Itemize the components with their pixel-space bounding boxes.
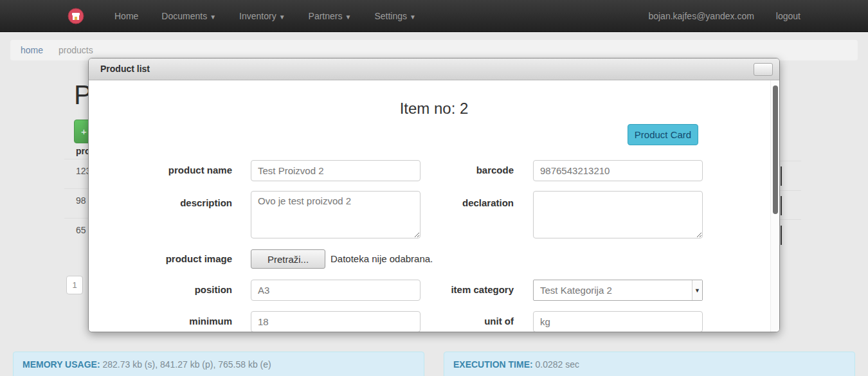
nav-item-label: Documents (161, 11, 207, 21)
row-button-edge (781, 166, 782, 186)
barcode-input[interactable] (533, 160, 703, 181)
position-label: position (89, 284, 232, 295)
table-row-divider (64, 159, 88, 159)
memory-usage-label: MEMORY USAGE: (23, 359, 100, 370)
nav-item-documents[interactable]: Documents▼ (150, 0, 228, 32)
memory-usage-alert: MEMORY USAGE: 282.73 kb (s), 841.27 kb (… (13, 352, 424, 376)
nav-item-label: Partners (309, 11, 343, 21)
file-status-text: Datoteka nije odabrana. (330, 253, 433, 264)
product-name-label: product name (89, 165, 232, 175)
nav-item-label: Inventory (239, 11, 276, 21)
product-card-button[interactable]: Product Card (628, 124, 698, 145)
row-button-edge (781, 226, 782, 245)
item-category-select[interactable]: Test Kategorija 2 ▼ (533, 280, 703, 301)
unit-of-input[interactable] (533, 311, 703, 332)
nav-item-settings[interactable]: Settings▼ (363, 0, 428, 32)
breadcrumb-current: products (59, 45, 93, 55)
modal-header[interactable]: Product list (89, 58, 779, 80)
caret-down-icon: ▼ (210, 13, 216, 21)
table-row-divider (780, 219, 801, 220)
caret-down-icon: ▼ (345, 13, 352, 21)
nav-item-partners[interactable]: Partners▼ (297, 0, 363, 32)
execution-time-value: 0.0282 sec (536, 359, 580, 370)
table-row: 65 (76, 225, 86, 235)
item-number-heading: Item no: 2 (89, 100, 779, 118)
table-row-divider (64, 218, 88, 219)
declaration-label: declaration (307, 197, 514, 208)
nav-item-inventory[interactable]: Inventory▼ (228, 0, 297, 32)
item-category-label: item category (307, 284, 514, 295)
nav-item-home[interactable]: Home (103, 0, 150, 32)
store-logo-icon[interactable] (68, 8, 84, 24)
caret-down-icon: ▼ (410, 13, 416, 21)
modal-body: Item no: 2 Product Card product name bar… (89, 80, 779, 332)
execution-time-label: EXECUTION TIME: (453, 359, 533, 370)
table-row-divider (780, 190, 801, 191)
navbar: Home Documents▼ Inventory▼ Partners▼ Set… (0, 0, 868, 32)
caret-down-icon: ▼ (279, 13, 285, 21)
modal-scrollbar-thumb[interactable] (773, 85, 778, 214)
table-row: 98 (76, 195, 86, 206)
execution-time-alert: EXECUTION TIME: 0.0282 sec (444, 352, 855, 376)
product-image-label: product image (89, 253, 232, 264)
logout-link[interactable]: logout (776, 11, 800, 21)
pagination-page-1[interactable]: 1 (66, 276, 83, 294)
declaration-textarea[interactable] (533, 191, 703, 238)
barcode-label: barcode (307, 165, 514, 175)
modal-close-button[interactable] (754, 63, 773, 76)
table-row-divider (780, 161, 801, 161)
memory-usage-value: 282.73 kb (s), 841.27 kb (p), 765.58 kb … (102, 359, 271, 370)
unit-of-label: unit of (307, 316, 514, 327)
minimum-label: minimum (89, 316, 232, 327)
table-row-divider (64, 188, 88, 189)
main-menu: Home Documents▼ Inventory▼ Partners▼ Set… (103, 0, 428, 32)
description-label: description (89, 197, 232, 208)
row-button-edge (781, 196, 782, 215)
file-browse-button[interactable]: Pretraži... (251, 249, 325, 269)
modal-scrollbar[interactable] (770, 80, 779, 332)
selected-option: Test Kategorija 2 (540, 285, 612, 296)
select-caret-icon: ▼ (692, 280, 702, 300)
breadcrumb-home-link[interactable]: home (21, 45, 43, 55)
nav-item-label: Settings (374, 11, 407, 21)
product-list-modal: Product list Item no: 2 Product Card pro… (88, 58, 780, 332)
nav-item-label: Home (114, 11, 138, 21)
modal-title: Product list (89, 58, 779, 80)
user-email: bojan.kajfes@yandex.com (648, 11, 754, 21)
